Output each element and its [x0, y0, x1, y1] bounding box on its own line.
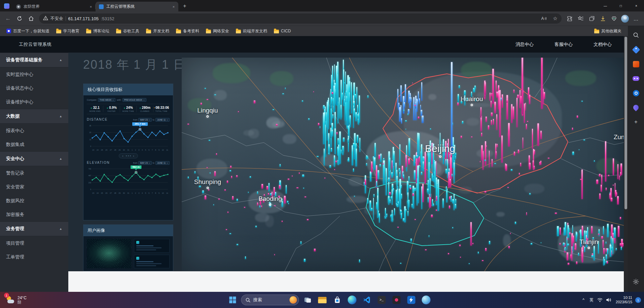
browser-essentials-icon[interactable] — [609, 13, 619, 24]
browser-tab-icms[interactable]: 工控云管理系统 × — [96, 2, 178, 11]
vscode-icon[interactable] — [360, 294, 373, 306]
refresh-icon[interactable] — [14, 13, 25, 24]
home-icon[interactable] — [26, 13, 36, 24]
url-host[interactable]: 61.147.171.105 — [68, 16, 99, 21]
downloads-icon[interactable] — [598, 13, 608, 24]
sidebar-section-security-center[interactable]: 安全中心▲ — [0, 151, 68, 166]
page-scrollbar[interactable] — [624, 36, 628, 292]
sidebar-item-work-order[interactable]: 工单管理 — [0, 250, 68, 264]
bookmark-folder-exam[interactable]: 备考资料 — [173, 27, 202, 35]
remove-chip-icon[interactable]: × — [143, 99, 145, 101]
bookmark-baidu[interactable]: 百度一下，你就知道 — [3, 27, 52, 35]
outlook-icon[interactable] — [631, 88, 641, 98]
sidebar-item-realtime-monitor[interactable]: 实时监控中心 — [0, 67, 68, 81]
sidebar-item-data-risk[interactable]: 数据风控 — [0, 194, 68, 208]
task-view-icon[interactable] — [301, 294, 314, 306]
bookmark-folder-blog[interactable]: 博客论坛 — [83, 27, 112, 35]
collections-icon[interactable] — [586, 13, 597, 24]
m365-tile-icon — [633, 61, 639, 67]
other-favorites[interactable]: 其他收藏夹 — [591, 27, 624, 35]
edge-beta-icon[interactable] — [420, 294, 432, 306]
taskbar-clock[interactable]: 10:11 2023/6/15 — [613, 296, 635, 305]
profile-avatar[interactable] — [620, 13, 630, 24]
volume-icon[interactable] — [605, 292, 613, 308]
start-button[interactable] — [226, 294, 239, 306]
remove-chip-icon[interactable]: × — [113, 99, 114, 101]
bookmark-folder-dev-docs[interactable]: 开发文档 — [143, 27, 172, 35]
nav-message-center[interactable]: 消息中心 — [515, 41, 534, 48]
network-icon[interactable] — [596, 292, 604, 308]
remove-chip-icon[interactable]: × — [167, 162, 168, 164]
range-to-chip[interactable]: JUNE 11× — [155, 161, 170, 165]
shopping-icon[interactable] — [631, 44, 641, 55]
games-icon[interactable] — [631, 73, 641, 84]
extensions-icon[interactable] — [564, 13, 575, 24]
maximize-button[interactable]: □ — [613, 0, 629, 11]
edge-icon[interactable] — [346, 294, 358, 306]
this-week-chip[interactable]: THIS WEEK× — [98, 98, 115, 102]
sidebar-item-device-maintenance[interactable]: 设备维护中心 — [0, 95, 68, 109]
workspaces-icon[interactable] — [4, 3, 9, 9]
map-bars-layer — [182, 58, 624, 271]
sidebar-section-bigdata[interactable]: 大数据▲ — [0, 109, 68, 124]
sidebar-settings-icon[interactable] — [631, 276, 641, 287]
browser-tab-attack-defense[interactable]: 攻防世界 × — [13, 2, 96, 11]
url-port[interactable]: :53152 — [101, 16, 114, 21]
range-from-chip[interactable]: MAY 23× — [138, 161, 151, 165]
sidebar-item-data-integration[interactable]: 数据集成 — [0, 137, 68, 151]
bookmark-folder-frontend[interactable]: 前端开发文档 — [233, 27, 270, 35]
dark-red-app-icon[interactable] — [390, 294, 402, 306]
pager-next-icon[interactable]: › — [133, 154, 134, 158]
range-from-chip[interactable]: MAY 23× — [138, 118, 151, 122]
microsoft-365-icon[interactable] — [631, 59, 641, 69]
pager-prev-icon[interactable]: ‹ — [122, 154, 123, 158]
favorites-bar-icon[interactable] — [575, 13, 586, 24]
tab-title: 攻防世界 — [24, 4, 85, 9]
microsoft-store-icon[interactable] — [331, 294, 343, 306]
scrollbar-thumb[interactable] — [624, 37, 627, 209]
settings-menu-icon[interactable]: … — [631, 13, 641, 24]
sidebar-section-device-services[interactable]: 设备管理基础服务▲ — [0, 53, 68, 67]
favorite-star-icon[interactable]: ☆ — [551, 14, 560, 23]
remove-chip-icon[interactable]: × — [167, 119, 168, 121]
lightning-app-icon[interactable] — [405, 294, 417, 306]
terminal-icon[interactable]: >_ — [375, 294, 388, 306]
sidebar-item-alert-records[interactable]: 警告记录 — [0, 166, 68, 180]
tab-close-icon[interactable]: × — [88, 4, 94, 9]
sidebar-search-icon[interactable] — [631, 30, 641, 40]
address-bar[interactable]: 不安全 61.147.171.105 :53152 A ☆ — [39, 13, 562, 24]
map-visualization[interactable]: Lingqiu Huairou Beijing Shunping Baoding… — [182, 58, 624, 271]
sidebar-item-security-guard[interactable]: 安全管家 — [0, 180, 68, 194]
previous-week-chip[interactable]: PREVIOUS WEEK× — [122, 98, 146, 102]
notification-count-badge[interactable]: 1 — [635, 297, 641, 303]
sidebar-item-encryption-service[interactable]: 加密服务 — [0, 208, 68, 221]
taskbar-search-input[interactable]: 搜索 — [241, 295, 299, 305]
read-aloud-icon[interactable]: A — [540, 14, 548, 23]
new-tab-button[interactable]: + — [180, 2, 189, 10]
bookmark-folder-netsec[interactable]: 网络安全 — [203, 27, 232, 35]
nav-customer-service[interactable]: 客服中心 — [554, 41, 573, 48]
ime-language-indicator[interactable]: 英 — [588, 292, 595, 308]
sidebar-item-project-mgmt[interactable]: 项目管理 — [0, 236, 68, 250]
remove-chip-icon[interactable]: × — [149, 162, 150, 164]
sidebar-item-report-center[interactable]: 报表中心 — [0, 124, 68, 137]
chart-pager[interactable]: ‹ › — [119, 153, 138, 158]
sidebar-section-business-mgmt[interactable]: 业务管理▲ — [0, 221, 68, 236]
minimize-button[interactable]: — — [598, 0, 613, 11]
close-button[interactable]: × — [629, 0, 644, 11]
bookmark-folder-cicd[interactable]: CICD — [271, 28, 294, 34]
tray-expand-chevron[interactable]: ^ — [580, 292, 587, 308]
file-explorer-icon[interactable] — [316, 294, 328, 306]
bookmark-folder-study[interactable]: 学习教育 — [53, 27, 82, 35]
remove-chip-icon[interactable]: × — [149, 119, 150, 121]
sidebar-add-icon[interactable]: + — [631, 117, 641, 127]
drop-icon[interactable] — [631, 102, 641, 113]
bookmark-folder-google-tools[interactable]: 谷歌工具 — [113, 27, 142, 35]
nav-document-center[interactable]: 文档中心 — [594, 41, 612, 48]
range-to-chip[interactable]: JUNE 11× — [155, 118, 170, 122]
tab-close-icon[interactable]: × — [171, 4, 176, 9]
bing-chat-icon[interactable] — [289, 296, 297, 304]
back-icon[interactable]: ← — [3, 13, 13, 24]
sidebar-item-device-status[interactable]: 设备状态中心 — [0, 81, 68, 95]
security-label[interactable]: 不安全 — [50, 16, 63, 22]
